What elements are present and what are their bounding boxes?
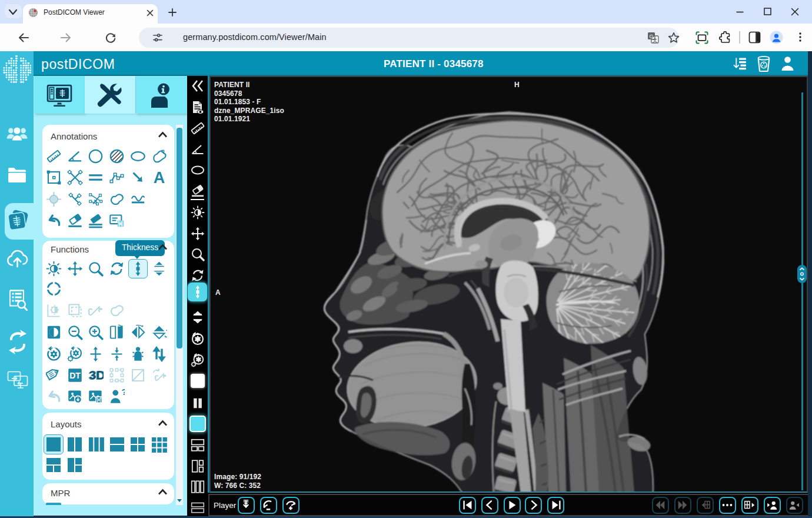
svg-text:文: 文 [653,37,658,43]
